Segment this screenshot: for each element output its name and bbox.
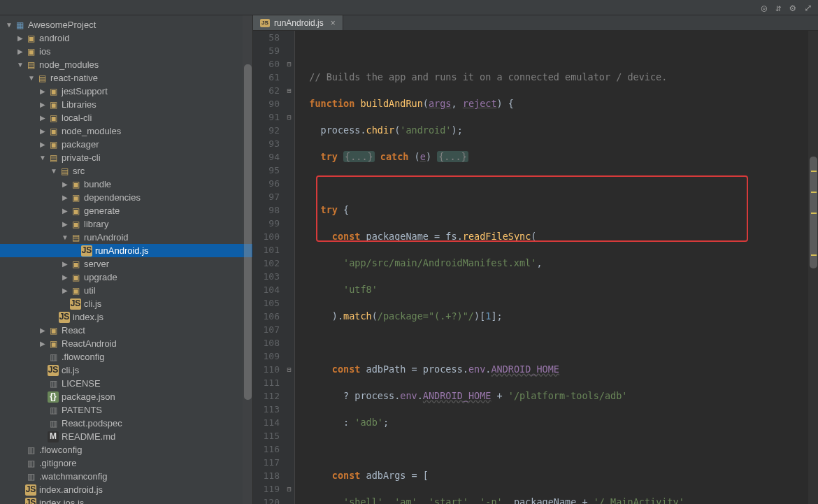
- disclosure-triangle-icon[interactable]: ▶: [39, 340, 46, 347]
- disclosure-triangle-icon[interactable]: ▶: [62, 181, 69, 188]
- folder-open-icon: ▤: [36, 73, 48, 84]
- gear-icon[interactable]: ⚙: [790, 2, 796, 13]
- js-file-icon: JS: [70, 298, 81, 310]
- fold-gutter[interactable]: ⊟⊞⊟⊟⊟: [284, 31, 295, 504]
- tree-item[interactable]: ▼▤node_modules: [0, 58, 252, 71]
- fold-toggle-icon[interactable]: ⊟: [284, 57, 294, 71]
- disclosure-triangle-icon[interactable]: ▼: [6, 22, 13, 29]
- tree-item[interactable]: ▶▣ios: [0, 45, 252, 58]
- tree-item[interactable]: ▶▣node_modules: [0, 124, 252, 138]
- main-split: ▼▦AwesomeProject▶▣android▶▣ios▼▤node_mod…: [0, 15, 818, 504]
- tree-item[interactable]: MREADME.md: [0, 430, 252, 443]
- disclosure-triangle-icon[interactable]: ▶: [39, 327, 46, 334]
- disclosure-triangle-icon[interactable]: ▼: [62, 234, 69, 241]
- tree-item[interactable]: ▶▣packager: [0, 138, 252, 151]
- disclosure-triangle-icon[interactable]: ▶: [62, 287, 69, 294]
- line-number: 101: [253, 243, 280, 257]
- tree-item[interactable]: ▼▦AwesomeProject: [0, 18, 252, 31]
- disclosure-triangle-icon[interactable]: ▶: [62, 261, 69, 268]
- file-icon: ▥: [48, 405, 59, 416]
- tree-item[interactable]: JSindex.ios.js: [0, 496, 252, 504]
- fold-toggle-icon[interactable]: ⊟: [284, 363, 294, 376]
- tree-item[interactable]: ▶▣local-cli: [0, 111, 252, 124]
- tree-item[interactable]: JScli.js: [0, 297, 252, 310]
- tree-item[interactable]: ▥.watchmanconfig: [0, 470, 252, 483]
- file-icon: ▥: [25, 445, 36, 456]
- tree-item-label: packager: [62, 139, 99, 150]
- code-area: 5859606162909192939495969798991001011021…: [253, 31, 818, 504]
- line-number: 100: [253, 230, 280, 243]
- disclosure-triangle-icon[interactable]: ▶: [39, 101, 46, 108]
- tree-item[interactable]: ▶▣upgrade: [0, 271, 252, 284]
- tree-item[interactable]: ▥.gitignore: [0, 456, 252, 470]
- tree-item[interactable]: ▶▣util: [0, 284, 252, 297]
- tree-item-label: runAndroid: [84, 232, 129, 243]
- fold-gutter-cell: [284, 442, 294, 456]
- disclosure-triangle-icon[interactable]: ▶: [62, 274, 69, 281]
- tree-item[interactable]: JSindex.js: [0, 310, 252, 324]
- tree-item[interactable]: {}package.json: [0, 390, 252, 403]
- fold-gutter-cell: [284, 217, 294, 230]
- sidebar-scrollbar[interactable]: [243, 15, 252, 504]
- tree-item[interactable]: ▼▤runAndroid: [0, 231, 252, 244]
- tree-item[interactable]: ▼▤react-native: [0, 71, 252, 85]
- disclosure-triangle-icon[interactable]: ▶: [62, 194, 69, 201]
- disclosure-triangle-icon[interactable]: ▶: [39, 128, 46, 135]
- disclosure-triangle-icon[interactable]: ▶: [62, 221, 69, 228]
- line-number: 118: [253, 469, 280, 482]
- tree-item-selected[interactable]: JSrunAndroid.js: [0, 244, 252, 257]
- fold-toggle-icon[interactable]: ⊟: [284, 482, 294, 496]
- tree-item[interactable]: ▥LICENSE: [0, 377, 252, 390]
- editor-scrollbar[interactable]: [808, 31, 818, 504]
- tree-item[interactable]: ▥PATENTS: [0, 403, 252, 417]
- project-tree-panel: ▼▦AwesomeProject▶▣android▶▣ios▼▤node_mod…: [0, 15, 253, 504]
- tree-item[interactable]: ▶▣library: [0, 217, 252, 231]
- line-number: 104: [253, 283, 280, 296]
- line-number: 99: [253, 217, 280, 230]
- divider-icon[interactable]: ⇵: [775, 2, 781, 13]
- disclosure-triangle-icon[interactable]: ▶: [62, 208, 69, 215]
- disclosure-triangle-icon[interactable]: ▶: [17, 48, 24, 55]
- tree-item[interactable]: JScli.js: [0, 363, 252, 377]
- tree-item-label: React.podspec: [62, 418, 122, 429]
- tree-item[interactable]: ▼▤private-cli: [0, 151, 252, 164]
- tree-item[interactable]: ▶▣bundle: [0, 178, 252, 191]
- fold-toggle-icon[interactable]: ⊟: [284, 110, 294, 124]
- close-icon[interactable]: ×: [331, 18, 336, 28]
- tree-item[interactable]: ▶▣generate: [0, 204, 252, 217]
- tree-item-label: ios: [39, 46, 51, 57]
- line-number: 98: [253, 203, 280, 217]
- tree-item[interactable]: ▶▣server: [0, 257, 252, 271]
- disclosure-triangle-icon[interactable]: ▼: [39, 154, 46, 161]
- locate-icon[interactable]: ◎: [761, 2, 767, 13]
- tree-item[interactable]: ▶▣React: [0, 324, 252, 337]
- tab-runandroid[interactable]: JS runAndroid.js ×: [253, 15, 343, 30]
- disclosure-triangle-icon[interactable]: ▶: [39, 88, 46, 95]
- code-editor[interactable]: // Builds the app and runs it on a conne…: [295, 31, 818, 504]
- tree-item-label: src: [73, 166, 85, 176]
- disclosure-triangle-icon[interactable]: ▼: [28, 75, 35, 82]
- line-number: 105: [253, 296, 280, 310]
- fold-toggle-icon[interactable]: ⊞: [284, 84, 294, 97]
- tree-item[interactable]: ▶▣dependencies: [0, 191, 252, 204]
- line-number: 117: [253, 456, 280, 469]
- scrollbar-thumb[interactable]: [244, 64, 252, 400]
- disclosure-triangle-icon[interactable]: ▶: [39, 115, 46, 122]
- js-file-icon: JS: [25, 498, 36, 505]
- tree-item[interactable]: JSindex.android.js: [0, 483, 252, 496]
- disclosure-triangle-icon[interactable]: ▼: [17, 62, 24, 69]
- tree-item[interactable]: ▶▣Libraries: [0, 98, 252, 111]
- tree-item-label: index.js: [73, 312, 103, 322]
- project-tree[interactable]: ▼▦AwesomeProject▶▣android▶▣ios▼▤node_mod…: [0, 15, 252, 504]
- tree-item[interactable]: ▶▣jestSupport: [0, 85, 252, 98]
- tree-item[interactable]: ▼▤src: [0, 164, 252, 178]
- disclosure-triangle-icon[interactable]: ▶: [17, 35, 24, 42]
- tree-item[interactable]: ▥React.podspec: [0, 417, 252, 430]
- tree-item[interactable]: ▥.flowconfig: [0, 350, 252, 363]
- disclosure-triangle-icon[interactable]: ▼: [50, 168, 57, 175]
- tree-item[interactable]: ▥.flowconfig: [0, 443, 252, 456]
- tree-item[interactable]: ▶▣android: [0, 31, 252, 45]
- tree-item[interactable]: ▶▣ReactAndroid: [0, 337, 252, 350]
- collapse-icon[interactable]: ⤢: [804, 2, 812, 13]
- disclosure-triangle-icon[interactable]: ▶: [39, 141, 46, 148]
